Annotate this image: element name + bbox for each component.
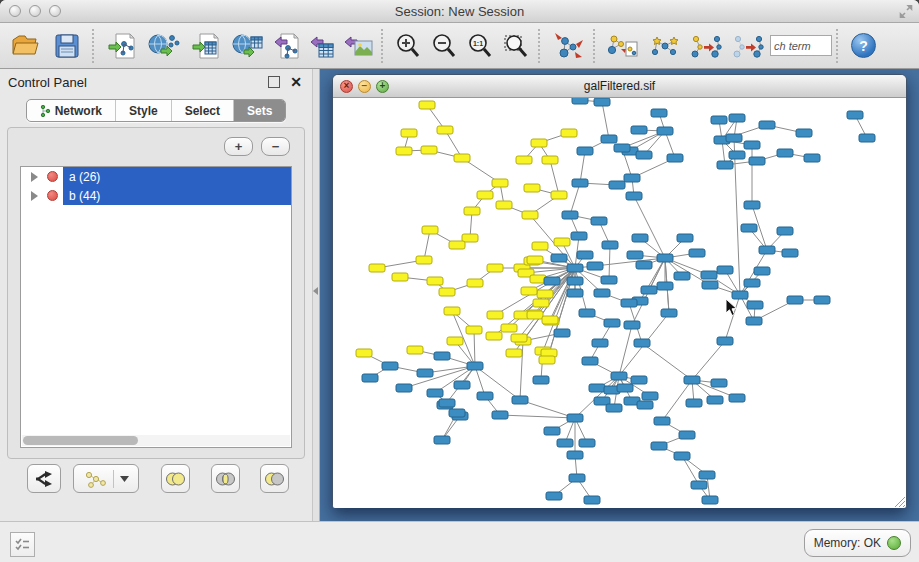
help-button[interactable]: ? (851, 33, 876, 58)
network-node[interactable] (533, 299, 549, 307)
network-node[interactable] (467, 279, 483, 287)
panel-splitter[interactable] (312, 69, 320, 521)
network-node[interactable] (677, 234, 693, 242)
network-node[interactable] (464, 207, 480, 215)
network-node[interactable] (691, 481, 707, 489)
network-node[interactable] (516, 156, 532, 164)
network-node[interactable] (741, 224, 757, 232)
network-node[interactable] (444, 307, 460, 315)
network-node[interactable] (777, 149, 793, 157)
network-node[interactable] (787, 296, 803, 304)
network-node[interactable] (674, 452, 690, 460)
select-from-file-button[interactable] (602, 27, 644, 65)
fullscreen-icon[interactable] (899, 4, 913, 22)
network-node[interactable] (686, 399, 702, 407)
network-node[interactable] (416, 256, 432, 264)
network-node[interactable] (539, 356, 555, 364)
network-node[interactable] (744, 201, 760, 209)
network-node[interactable] (557, 439, 573, 447)
network-node[interactable] (594, 289, 610, 297)
set-row-b[interactable]: b (44) (21, 186, 291, 205)
network-node[interactable] (437, 126, 453, 134)
split-set-button[interactable] (27, 464, 61, 493)
network-node[interactable] (637, 401, 653, 409)
network-node[interactable] (544, 277, 560, 285)
network-node[interactable] (567, 277, 583, 285)
network-node[interactable] (617, 384, 633, 392)
network-node[interactable] (777, 227, 793, 235)
network-node[interactable] (604, 319, 620, 327)
network-node[interactable] (631, 126, 647, 134)
network-node[interactable] (641, 286, 657, 294)
float-panel-icon[interactable] (268, 76, 280, 88)
network-node[interactable] (577, 251, 593, 259)
network-node[interactable] (651, 109, 667, 117)
expand-triangle-icon[interactable] (31, 191, 38, 201)
network-node[interactable] (746, 317, 762, 325)
network-node[interactable] (592, 339, 608, 347)
network-node[interactable] (512, 396, 528, 404)
network-node[interactable] (454, 381, 470, 389)
network-node[interactable] (392, 273, 408, 281)
network-node[interactable] (571, 232, 587, 240)
network-node[interactable] (702, 281, 718, 289)
network-node[interactable] (562, 211, 578, 219)
network-node[interactable] (584, 496, 600, 504)
network-node[interactable] (501, 324, 517, 332)
network-node[interactable] (702, 496, 718, 504)
zoom-actual-size-button[interactable]: 1:1 (462, 27, 498, 65)
network-node[interactable] (587, 262, 603, 270)
network-node[interactable] (577, 147, 593, 155)
export-image-button[interactable] (341, 27, 377, 65)
network-node[interactable] (642, 392, 658, 400)
network-node[interactable] (492, 411, 508, 419)
network-node[interactable] (449, 241, 465, 249)
network-node[interactable] (467, 362, 483, 370)
export-network-button[interactable] (269, 27, 305, 65)
set-row-a[interactable]: a (26) (21, 167, 291, 186)
network-node[interactable] (601, 276, 617, 284)
apply-layout-button[interactable] (547, 27, 589, 65)
network-node[interactable] (567, 414, 583, 422)
zoom-in-button[interactable] (390, 27, 426, 65)
tab-select[interactable]: Select (172, 100, 234, 121)
network-node[interactable] (627, 251, 643, 259)
network-node[interactable] (561, 129, 577, 137)
network-frame[interactable]: × − + galFiltered.sif (332, 74, 907, 508)
network-node[interactable] (369, 264, 385, 272)
maximize-frame-button[interactable]: + (376, 80, 389, 93)
network-node[interactable] (606, 404, 622, 412)
network-node[interactable] (382, 362, 398, 370)
network-node[interactable] (572, 98, 588, 104)
save-session-button[interactable] (46, 27, 88, 65)
network-node[interactable] (524, 184, 540, 192)
network-node[interactable] (679, 431, 695, 439)
network-node[interactable] (551, 191, 567, 199)
network-node[interactable] (447, 337, 463, 345)
network-node[interactable] (527, 311, 543, 319)
network-node[interactable] (407, 346, 423, 354)
hide-selected-button[interactable] (728, 27, 770, 65)
network-node[interactable] (636, 151, 652, 159)
minimize-frame-button[interactable]: − (358, 80, 371, 93)
network-node[interactable] (579, 309, 595, 317)
intersect-sets-button[interactable] (211, 464, 240, 493)
network-node[interactable] (506, 349, 522, 357)
zoom-fit-selected-button[interactable] (498, 27, 534, 65)
collapse-panel-icon[interactable] (313, 287, 318, 295)
network-node[interactable] (542, 316, 558, 324)
network-node[interactable] (422, 226, 438, 234)
network-frame-titlebar[interactable]: × − + galFiltered.sif (333, 75, 906, 98)
network-node[interactable] (657, 254, 673, 262)
network-node[interactable] (449, 409, 465, 417)
network-node[interactable] (533, 376, 549, 384)
network-node[interactable] (542, 156, 558, 164)
network-node[interactable] (661, 309, 677, 317)
network-node[interactable] (701, 271, 717, 279)
network-node[interactable] (636, 261, 652, 269)
network-node[interactable] (551, 254, 567, 262)
network-node[interactable] (744, 279, 760, 287)
import-table-url-button[interactable] (227, 27, 269, 65)
network-node[interactable] (427, 389, 443, 397)
network-node[interactable] (486, 332, 502, 340)
